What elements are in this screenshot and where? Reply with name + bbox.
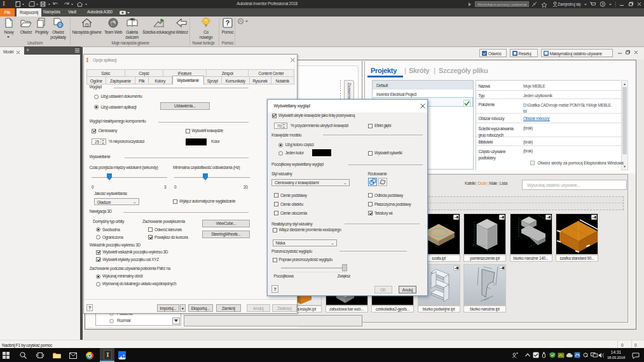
svg-text:?: ? (601, 3, 604, 6)
svg-text:?: ? (226, 19, 230, 27)
